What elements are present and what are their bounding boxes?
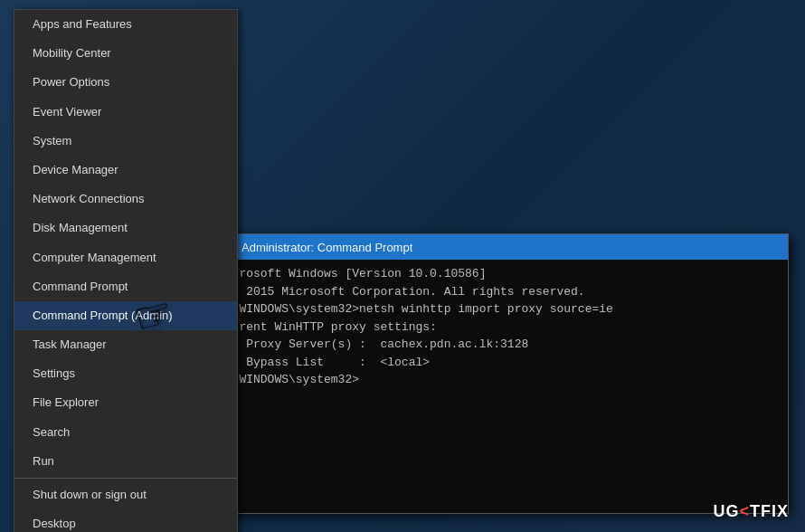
cmd-window[interactable]: C> Administrator: Command Prompt Microso…: [210, 233, 789, 514]
context-menu-item-event-viewer[interactable]: Event Viewer: [14, 98, 237, 127]
context-menu-item-device-manager[interactable]: Device Manager: [14, 156, 237, 185]
cmd-line: C:\WINDOWS\system32>: [218, 371, 781, 389]
context-menu-item-settings[interactable]: Settings: [14, 359, 237, 388]
context-menu-item-file-explorer[interactable]: File Explorer: [14, 388, 237, 417]
cmd-line: Bypass List : <local>: [218, 354, 781, 372]
cmd-line: C:\WINDOWS\system32>netsh winhttp import…: [218, 300, 781, 318]
cmd-body[interactable]: Microsoft Windows [Version 10.0.10586](c…: [211, 260, 788, 513]
context-menu-item-shut-down[interactable]: Shut down or sign out: [14, 480, 237, 509]
context-menu-item-search[interactable]: Search: [14, 418, 237, 447]
context-menu-item-task-manager[interactable]: Task Manager: [14, 330, 237, 359]
cmd-titlebar: C> Administrator: Command Prompt: [211, 234, 788, 260]
context-menu-item-run[interactable]: Run: [14, 447, 237, 476]
context-menu-item-system[interactable]: System: [14, 127, 237, 156]
context-menu-item-network-connections[interactable]: Network Connections: [14, 185, 237, 214]
cmd-line: (c) 2015 Microsoft Corporation. All righ…: [218, 283, 781, 301]
cmd-title: Administrator: Command Prompt: [242, 241, 412, 254]
context-menu-item-desktop[interactable]: Desktop: [14, 509, 237, 532]
desktop: Apps and FeaturesMobility CenterPower Op…: [0, 0, 805, 532]
context-menu-item-disk-management[interactable]: Disk Management: [14, 214, 237, 242]
cmd-line: Current WinHTTP proxy settings:: [218, 318, 781, 337]
context-menu-item-power-options[interactable]: Power Options: [14, 68, 237, 97]
cmd-line: Microsoft Windows [Version 10.0.10586]: [218, 265, 781, 283]
context-menu: Apps and FeaturesMobility CenterPower Op…: [14, 9, 238, 532]
cmd-line: Proxy Server(s) : cachex.pdn.ac.lk:3128: [218, 336, 781, 354]
menu-separator: [14, 478, 237, 479]
context-menu-item-mobility-center[interactable]: Mobility Center: [14, 39, 237, 68]
context-menu-item-command-prompt[interactable]: Command Prompt: [14, 272, 237, 301]
context-menu-item-computer-management[interactable]: Computer Management: [14, 243, 237, 272]
watermark: UG<TFIX: [713, 502, 789, 521]
context-menu-item-command-prompt-admin[interactable]: Command Prompt (Admin): [14, 301, 237, 330]
context-menu-item-apps-features[interactable]: Apps and Features: [14, 10, 237, 39]
